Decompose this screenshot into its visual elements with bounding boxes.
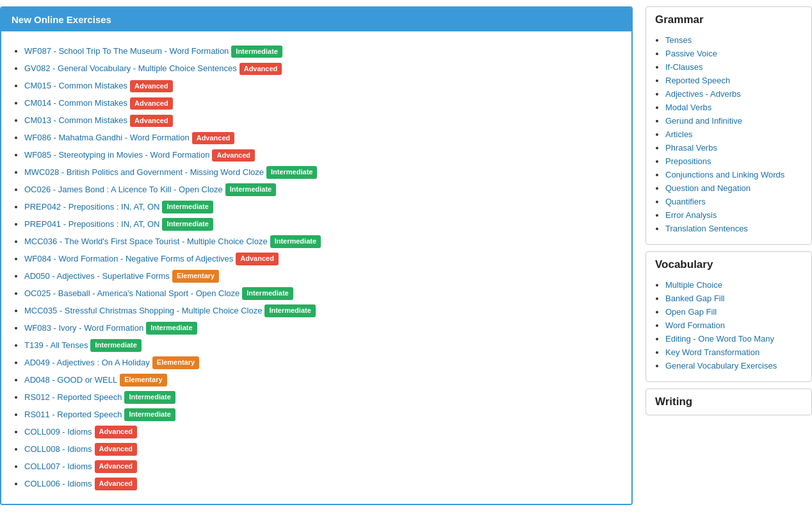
level-badge: Intermediate [146, 322, 197, 334]
grammar-link[interactable]: Adjectives - Adverbs [665, 89, 741, 99]
exercise-link[interactable]: AD049 - Adjectives : On A Holiday [24, 358, 150, 367]
level-badge: Intermediate [264, 304, 315, 317]
level-badge: Intermediate [124, 408, 175, 420]
exercise-link[interactable]: MCC035 - Stressful Christmas Shopping - … [24, 306, 262, 315]
grammar-title: Grammar [646, 7, 811, 30]
sidebar-item: Translation Sentences [665, 223, 802, 233]
exercise-link[interactable]: WF084 - Word Formation - Negative Forms … [24, 254, 233, 263]
grammar-link[interactable]: Passive Voice [665, 49, 717, 58]
list-item: T139 - All TensesIntermediate [24, 339, 625, 352]
sidebar-item: Reported Speech [665, 75, 802, 85]
vocabulary-link[interactable]: Editing - One Word Too Many [665, 334, 774, 344]
exercise-link[interactable]: WF083 - Ivory - Word Formation [24, 323, 143, 333]
list-item: CM015 - Common MistakesAdvanced [24, 79, 625, 92]
exercise-link[interactable]: OC025 - Baseball - America's National Sp… [24, 288, 240, 298]
grammar-link[interactable]: Reported Speech [665, 76, 730, 85]
grammar-link[interactable]: Error Analysis [665, 210, 717, 220]
list-item: MCC035 - Stressful Christmas Shopping - … [24, 304, 625, 317]
exercise-link[interactable]: GV082 - General Vocabulary - Multiple Ch… [24, 63, 237, 73]
level-badge: Intermediate [242, 287, 293, 299]
exercise-link[interactable]: MCC036 - The World's First Space Tourist… [24, 237, 268, 246]
exercise-link[interactable]: MWC028 - British Politics and Government… [24, 167, 264, 177]
level-badge: Intermediate [266, 166, 317, 178]
level-badge: Intermediate [124, 391, 175, 403]
sidebar-item: Conjunctions and Linking Words [665, 169, 802, 179]
exercise-link[interactable]: CM013 - Common Mistakes [24, 115, 127, 125]
grammar-link[interactable]: Conjunctions and Linking Words [665, 170, 784, 179]
sidebar-item: Error Analysis [665, 210, 802, 220]
level-badge: Advanced [236, 253, 279, 265]
sidebar-item: Articles [665, 129, 802, 139]
exercise-link[interactable]: RS012 - Reported Speech [24, 392, 122, 402]
exercise-link[interactable]: WF086 - Mahatma Gandhi - Word Formation [24, 133, 190, 142]
exercise-link[interactable]: WF087 - School Trip To The Museum - Word… [24, 46, 229, 56]
vocabulary-link[interactable]: Banked Gap Fill [665, 294, 725, 303]
sidebar-item: Modal Verbs [665, 102, 802, 112]
sidebar-item: Passive Voice [665, 48, 802, 58]
exercises-header: New Online Exercises [1, 8, 631, 31]
exercise-link[interactable]: COLL007 - Idioms [24, 462, 92, 471]
grammar-link[interactable]: Articles [665, 129, 693, 139]
writing-title: Writing [655, 395, 802, 408]
grammar-link[interactable]: Modal Verbs [665, 103, 711, 112]
exercise-link[interactable]: CM014 - Common Mistakes [24, 98, 127, 108]
vocabulary-link[interactable]: General Vocabulary Exercises [665, 361, 777, 370]
sidebar-item: Multiple Choice [665, 279, 802, 290]
exercise-link[interactable]: COLL008 - Idioms [24, 444, 92, 454]
grammar-link[interactable]: Tenses [665, 35, 692, 45]
grammar-link[interactable]: Question and Negation [665, 183, 751, 193]
level-badge: Advanced [95, 426, 138, 438]
sidebar-item: Phrasal Verbs [665, 142, 802, 153]
level-badge: Advanced [130, 80, 173, 92]
grammar-link[interactable]: Phrasal Verbs [665, 143, 717, 153]
vocabulary-list: Multiple ChoiceBanked Gap FillOpen Gap F… [646, 275, 811, 381]
list-item: GV082 - General Vocabulary - Multiple Ch… [24, 62, 625, 75]
list-item: AD049 - Adjectives : On A HolidayElement… [24, 356, 625, 369]
vocabulary-link[interactable]: Key Word Transformation [665, 347, 759, 357]
list-item: RS012 - Reported SpeechIntermediate [24, 391, 625, 404]
grammar-link[interactable]: Gerund and Infinitive [665, 116, 742, 126]
list-item: OC026 - James Bond : A Licence To Kill -… [24, 183, 625, 196]
exercise-link[interactable]: OC026 - James Bond : A Licence To Kill -… [24, 185, 223, 194]
exercises-title: New Online Exercises [12, 14, 111, 25]
exercise-link[interactable]: COLL009 - Idioms [24, 427, 92, 437]
vocabulary-link[interactable]: Multiple Choice [665, 280, 722, 290]
grammar-link[interactable]: Prepositions [665, 156, 711, 166]
level-badge: Advanced [95, 460, 138, 472]
list-item: COLL008 - IdiomsAdvanced [24, 443, 625, 456]
list-item: RS011 - Reported SpeechIntermediate [24, 408, 625, 421]
list-item: WF087 - School Trip To The Museum - Word… [24, 45, 625, 58]
exercise-link[interactable]: AD048 - GOOD or WELL [24, 375, 117, 385]
level-badge: Elementary [152, 356, 199, 369]
level-badge: Advanced [95, 478, 138, 490]
list-item: MWC028 - British Politics and Government… [24, 166, 625, 179]
list-item: CM013 - Common MistakesAdvanced [24, 114, 625, 127]
grammar-link[interactable]: Translation Sentences [665, 224, 748, 233]
level-badge: Intermediate [225, 183, 276, 196]
exercise-link[interactable]: COLL006 - Idioms [24, 479, 92, 488]
vocabulary-link[interactable]: Word Formation [665, 320, 725, 330]
exercise-link[interactable]: PREP041 - Prepositions : IN, AT, ON [24, 219, 159, 229]
level-badge: Intermediate [270, 235, 321, 247]
sidebar-item: Adjectives - Adverbs [665, 88, 802, 99]
level-badge: Advanced [95, 443, 138, 455]
exercise-link[interactable]: AD050 - Adjectives - Superlative Forms [24, 271, 170, 281]
sidebar-item: Open Gap Fill [665, 306, 802, 317]
grammar-link[interactable]: Quantifiers [665, 197, 706, 206]
sidebar-item: Editing - One Word Too Many [665, 333, 802, 344]
grammar-section: Grammar TensesPassive VoiceIf-ClausesRep… [646, 6, 812, 245]
list-item: WF083 - Ivory - Word FormationIntermedia… [24, 322, 625, 335]
exercise-link[interactable]: T139 - All Tenses [24, 340, 88, 350]
exercise-link[interactable]: CM015 - Common Mistakes [24, 81, 127, 90]
grammar-link[interactable]: If-Clauses [665, 62, 703, 72]
exercise-link[interactable]: PREP042 - Prepositions : IN, AT, ON [24, 202, 159, 212]
exercise-link[interactable]: WF085 - Stereotyping in Movies - Word Fo… [24, 150, 209, 160]
exercise-link[interactable]: RS011 - Reported Speech [24, 410, 122, 419]
list-item: OC025 - Baseball - America's National Sp… [24, 287, 625, 300]
level-badge: Intermediate [162, 201, 213, 213]
sidebar-item: Key Word Transformation [665, 347, 802, 357]
sidebar-item: General Vocabulary Exercises [665, 360, 802, 370]
vocabulary-link[interactable]: Open Gap Fill [665, 307, 717, 317]
list-item: PREP042 - Prepositions : IN, AT, ONInter… [24, 201, 625, 213]
exercises-box: New Online Exercises WF087 - School Trip… [0, 6, 633, 505]
